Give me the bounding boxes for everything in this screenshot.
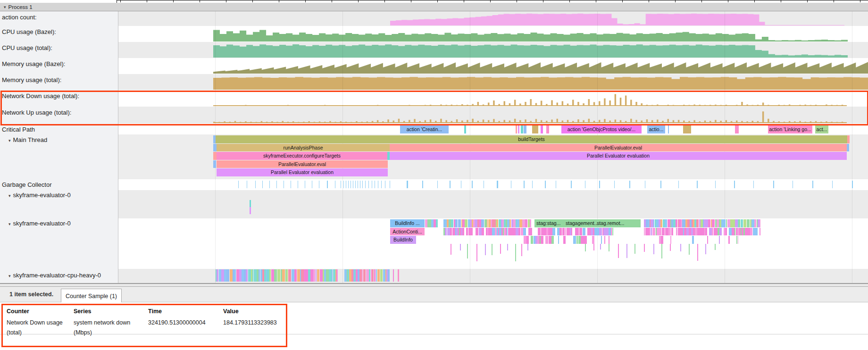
- gc-tick[interactable]: [255, 181, 256, 188]
- hanging-event-line[interactable]: [500, 244, 501, 254]
- slice[interactable]: [541, 125, 543, 133]
- tiny-slice[interactable]: [250, 207, 251, 214]
- event-sliver[interactable]: [259, 269, 260, 282]
- hanging-event-line[interactable]: [476, 244, 477, 261]
- chart-network-up-usage-total-[interactable]: [213, 108, 847, 123]
- green-band-slice[interactable]: stag:stag...stagagement...stag.remot...: [534, 219, 641, 227]
- gc-tick[interactable]: [346, 181, 346, 188]
- slice[interactable]: [521, 125, 523, 133]
- chart-memory-usage-bazel-[interactable]: [213, 60, 868, 74]
- col-header-series[interactable]: Series: [74, 308, 92, 315]
- hanging-event-line[interactable]: [689, 244, 690, 255]
- hanging-event-line[interactable]: [467, 244, 468, 258]
- slice-parallelevaluator-eval[interactable]: ParallelEvaluator.eval: [390, 144, 847, 152]
- slice[interactable]: [847, 135, 850, 143]
- hanging-event-line[interactable]: [626, 244, 627, 258]
- gc-tick[interactable]: [422, 181, 423, 188]
- event-sliver[interactable]: [552, 228, 555, 236]
- event-sliver[interactable]: [458, 219, 461, 227]
- event-sliver[interactable]: [377, 269, 380, 282]
- hanging-event-line[interactable]: [670, 244, 671, 251]
- gc-tick[interactable]: [773, 181, 774, 188]
- event-sliver[interactable]: [277, 269, 280, 282]
- gc-tick[interactable]: [532, 181, 533, 188]
- gc-tick[interactable]: [571, 181, 572, 188]
- gc-tick[interactable]: [524, 181, 525, 188]
- event-sliver[interactable]: [337, 269, 338, 282]
- event-sliver[interactable]: [739, 219, 740, 227]
- slice[interactable]: [532, 125, 538, 133]
- event-sliver[interactable]: [362, 269, 363, 282]
- gc-tick[interactable]: [697, 181, 698, 188]
- event-sliver[interactable]: [723, 219, 726, 227]
- gc-tick[interactable]: [381, 181, 382, 188]
- gc-tick[interactable]: [365, 181, 366, 188]
- event-sliver[interactable]: [465, 219, 467, 227]
- gc-tick[interactable]: [358, 181, 358, 188]
- gc-tick[interactable]: [343, 181, 344, 188]
- slice-skyframeexecutor-configuretargets[interactable]: skyframeExecutor.configureTargets: [217, 152, 387, 160]
- event-sliver[interactable]: [756, 228, 758, 236]
- slice-runanalysisphase[interactable]: runAnalysisPhase: [217, 144, 390, 152]
- gc-tick[interactable]: [585, 181, 585, 188]
- event-sliver[interactable]: [692, 236, 694, 244]
- event-sliver[interactable]: [451, 219, 453, 227]
- hanging-event-line[interactable]: [507, 244, 508, 250]
- chart-network-down-usage-total-[interactable]: [213, 92, 847, 106]
- event-sliver[interactable]: [609, 236, 609, 244]
- gc-tick[interactable]: [407, 181, 408, 188]
- thread-label-skyframe-evaluator-0a[interactable]: ▾skyframe-evaluator-0: [8, 192, 71, 199]
- tab-counter-sample[interactable]: Counter Sample (1): [61, 289, 122, 303]
- event-sliver[interactable]: [530, 219, 531, 227]
- event-sliver[interactable]: [665, 219, 667, 227]
- collapse-arrow-icon[interactable]: ▾: [8, 193, 11, 198]
- event-sliver[interactable]: [651, 228, 652, 236]
- slice-actionconti-[interactable]: ActionConti...: [390, 228, 425, 236]
- gc-tick[interactable]: [378, 181, 378, 188]
- event-sliver[interactable]: [559, 228, 562, 236]
- event-sliver[interactable]: [398, 269, 399, 282]
- gc-tick[interactable]: [348, 181, 349, 188]
- gc-tick[interactable]: [269, 181, 270, 188]
- hanging-event-line[interactable]: [634, 244, 635, 254]
- thread-label-skyframe-evaluator-0b[interactable]: ▾skyframe-evaluator-0: [8, 220, 71, 227]
- slice-parallelevaluator-eval[interactable]: ParallelEvaluator.eval: [217, 160, 388, 168]
- event-sliver[interactable]: [719, 236, 720, 244]
- event-sliver[interactable]: [648, 228, 650, 236]
- gc-tick[interactable]: [852, 181, 853, 188]
- event-sliver[interactable]: [509, 219, 511, 227]
- slice-action-genobjcprotos-video-[interactable]: action 'GenObjcProtos video/...: [561, 125, 642, 133]
- gc-tick[interactable]: [305, 181, 305, 188]
- gc-tick[interactable]: [341, 181, 341, 188]
- hanging-event-line[interactable]: [653, 244, 654, 254]
- event-sliver[interactable]: [670, 236, 671, 244]
- gc-tick[interactable]: [319, 181, 319, 188]
- hanging-event-line[interactable]: [609, 244, 609, 251]
- gc-tick[interactable]: [599, 181, 600, 188]
- slice[interactable]: [683, 125, 691, 133]
- slice[interactable]: [213, 152, 217, 160]
- cell-series[interactable]: system network down (Mbps): [74, 318, 130, 338]
- slice[interactable]: [524, 125, 526, 133]
- thread-label-cpu-heavy[interactable]: ▾skyframe-evaluator-cpu-heavy-0: [8, 272, 101, 279]
- slice[interactable]: [518, 125, 519, 133]
- slice[interactable]: [847, 144, 849, 152]
- event-sliver[interactable]: [525, 219, 527, 227]
- event-sliver[interactable]: [671, 228, 673, 236]
- gc-tick[interactable]: [832, 181, 833, 188]
- process-header[interactable]: ▾Process 1: [0, 3, 868, 11]
- event-sliver[interactable]: [269, 269, 271, 282]
- slice-parallel-evaluator-evaluation[interactable]: Parallel Evaluator evaluation: [217, 168, 388, 176]
- hanging-event-line[interactable]: [492, 244, 492, 255]
- event-sliver[interactable]: [226, 269, 229, 282]
- event-sliver[interactable]: [369, 269, 370, 282]
- gc-tick[interactable]: [461, 181, 461, 188]
- event-sliver[interactable]: [542, 236, 543, 244]
- event-sliver[interactable]: [734, 228, 735, 236]
- event-sliver[interactable]: [374, 269, 376, 282]
- gc-tick[interactable]: [353, 181, 353, 188]
- event-sliver[interactable]: [660, 219, 662, 227]
- event-sliver[interactable]: [754, 219, 756, 227]
- event-sliver[interactable]: [450, 228, 452, 236]
- event-sliver[interactable]: [286, 269, 288, 282]
